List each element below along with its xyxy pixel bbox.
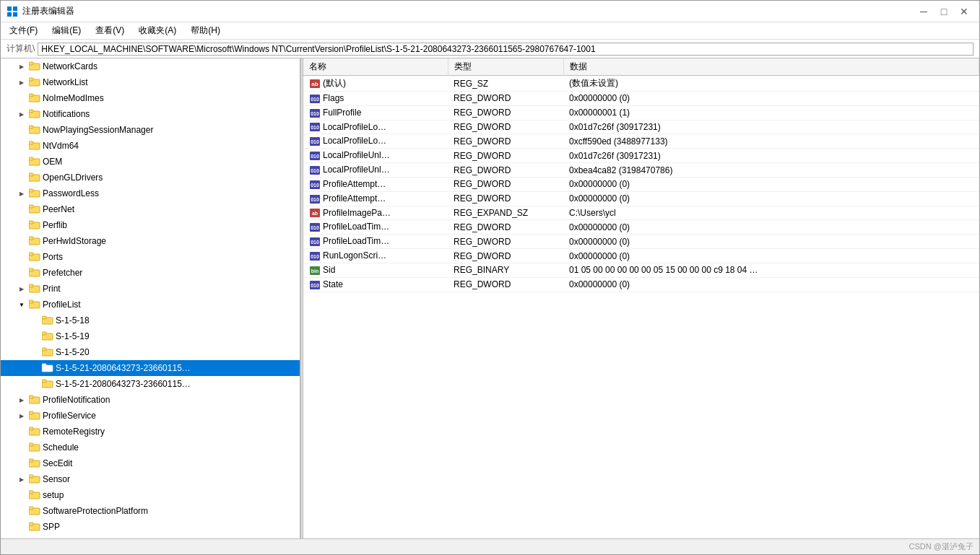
tree-item-PerHwIdStorage[interactable]: ▶ PerHwIdStorage [1,233,300,249]
address-path[interactable]: HKEY_LOCAL_MACHINE\SOFTWARE\Microsoft\Wi… [38,43,974,56]
tree-item-OEM[interactable]: ▶ OEM [1,154,300,170]
folder-icon [27,267,43,279]
minimize-button[interactable]: ─ [914,4,933,19]
table-row[interactable]: bin SidREG_BINARY01 05 00 00 00 00 00 05… [303,263,979,277]
folder-icon [27,521,43,533]
cell-name: 010 LocalProfileLo… [303,120,448,134]
svg-rect-7 [29,78,33,81]
tree-item-Print[interactable]: ▶ Print [1,281,300,297]
cell-data: 0x00000000 (0) [563,177,979,191]
tree-item-label: OEM [43,157,62,167]
tree-item-RemoteRegistry[interactable]: ▶ RemoteRegistry [1,424,300,440]
tree-item-SPP[interactable]: ▶ SPP [1,519,300,535]
tree-item-SoftwareProtectionPlatform[interactable]: ▶ SoftwareProtectionPlatform [1,503,300,519]
tree-item-ProfileList[interactable]: ▼ ProfileList [1,297,300,313]
tree-item-S-1-5-19[interactable]: ▶ S-1-5-19 [1,328,300,344]
svg-rect-11 [29,110,33,113]
table-row[interactable]: 010 FullProfileREG_DWORD0x00000001 (1) [303,105,979,120]
tree-item-NtVdm64[interactable]: ▶ NtVdm64 [1,138,300,154]
tree-item-label: NoImeModImes [43,93,104,103]
tree-item-label: SoftwareProtectionPlatform [43,506,148,516]
menu-favorites[interactable]: 收藏夹(A) [133,23,182,38]
menu-file[interactable]: 文件(F) [4,23,43,38]
app-icon [6,6,18,17]
cell-data: 0xbea4ca82 (3198470786) [563,163,979,178]
table-row[interactable]: 010 LocalProfileUnl…REG_DWORD0xbea4ca82 … [303,163,979,178]
tree-item-ProfileNotification[interactable]: ▶ ProfileNotification [1,392,300,408]
tree-item-OpenGLDrivers[interactable]: ▶ OpenGLDrivers [1,170,300,185]
tree-item-label: S-1-5-21-2080643273-23660115… [56,363,191,373]
menu-help[interactable]: 帮助(H) [185,23,226,38]
name-text: (默认) [323,78,346,88]
tree-arrow: ▶ [17,109,27,119]
table-row[interactable]: 010 FlagsREG_DWORD0x00000000 (0) [303,92,979,106]
status-bar: CSDN @湛泸兔子 [1,538,979,554]
folder-icon [27,235,43,248]
svg-text:010: 010 [311,139,319,144]
tree-item-NowPlayingSessionManager[interactable]: ▶ NowPlayingSessionManager [1,122,300,138]
tree-item-label: SecEdit [43,458,72,468]
table-row[interactable]: 010 LocalProfileLo…REG_DWORD0xcff590ed (… [303,134,979,149]
svg-rect-59 [29,491,33,494]
table-row[interactable]: ab (默认)REG_SZ(数值未设置) [303,76,979,92]
cell-type: REG_DWORD [448,177,563,191]
tree-item-Notifications[interactable]: ▶ Notifications [1,106,300,122]
close-button[interactable]: ✕ [955,4,974,19]
table-row[interactable]: ab ProfileImagePa…REG_EXPAND_SZC:\Users\… [303,206,979,220]
table-row[interactable]: 010 ProfileAttempt…REG_DWORD0x00000000 (… [303,177,979,191]
tree-item-label: Ports [43,252,63,262]
cell-data: 01 05 00 00 00 00 00 05 15 00 00 00 c9 1… [563,263,979,277]
table-row[interactable]: 010 StateREG_DWORD0x00000000 (0) [303,277,979,292]
address-label: 计算机\ [6,43,35,55]
name-text: Sid [323,265,335,275]
tree-item-PasswordLess[interactable]: ▶ PasswordLess [1,185,300,201]
cell-data: 0x00000000 (0) [563,191,979,206]
tree-item-setup[interactable]: ▶ setup [1,487,300,503]
table-row[interactable]: 010 LocalProfileUnl…REG_DWORD0x01d7c26f … [303,149,979,163]
table-row[interactable]: 010 ProfileAttempt…REG_DWORD0x00000000 (… [303,191,979,206]
tree-item-PeerNet[interactable]: ▶ PeerNet [1,201,300,217]
svg-rect-29 [29,253,33,255]
tree-item-NoImeModImes[interactable]: ▶ NoImeModImes [1,90,300,106]
cell-data: C:\Users\ycl [563,206,979,220]
folder-icon [27,140,43,152]
table-row[interactable]: 010 ProfileLoadTim…REG_DWORD0x00000000 (… [303,220,979,235]
menu-edit[interactable]: 编辑(E) [46,23,87,38]
tree-item-Ports[interactable]: ▶ Ports [1,249,300,265]
table-row[interactable]: 010 ProfileLoadTim…REG_DWORD0x00000000 (… [303,235,979,249]
folder-icon [27,92,43,105]
table-row[interactable]: 010 RunLogonScri…REG_DWORD0x00000000 (0) [303,249,979,263]
tree-item-label: NetworkCards [43,61,97,71]
tree-item-NetworkList[interactable]: ▶ NetworkList [1,74,300,90]
svg-rect-53 [29,443,33,446]
name-text: RunLogonScri… [323,250,386,261]
svg-rect-3 [13,12,17,17]
tree-item-S-1-5-18[interactable]: ▶ S-1-5-18 [1,313,300,328]
name-text: FullProfile [323,108,361,118]
svg-text:010: 010 [311,168,319,173]
registry-table: 名称 类型 数据 ab (默认)REG_SZ(数值未设置) 010 FlagsR… [303,58,979,292]
tree-item-Schedule[interactable]: ▶ Schedule [1,440,300,455]
folder-icon [27,124,43,136]
menu-view[interactable]: 查看(V) [90,23,130,38]
tree-item-NetworkCards[interactable]: ▶ NetworkCards [1,58,300,74]
cell-type: REG_DWORD [448,191,563,206]
tree-item-Prefetcher[interactable]: ▶ Prefetcher [1,265,300,281]
name-text: LocalProfileUnl… [323,165,390,175]
tree-item-label: Perflib [43,220,67,230]
folder-icon [27,410,43,422]
cell-data: 0xcff590ed (3488977133) [563,134,979,149]
cell-type: REG_DWORD [448,134,563,149]
cell-data: 0x00000001 (1) [563,105,979,120]
cell-data: 0x00000000 (0) [563,277,979,292]
maximize-button[interactable]: □ [935,4,953,19]
tree-item-S-1-5-20[interactable]: ▶ S-1-5-20 [1,344,300,360]
table-row[interactable]: 010 LocalProfileLo…REG_DWORD0x01d7c26f (… [303,120,979,134]
tree-item-Sensor[interactable]: ▶ Sensor [1,471,300,487]
tree-item-Perflib[interactable]: ▶ Perflib [1,217,300,233]
tree-item-ProfileService[interactable]: ▶ ProfileService [1,408,300,424]
tree-item-label: PasswordLess [43,188,99,198]
tree-item-SecEdit[interactable]: ▶ SecEdit [1,455,300,471]
tree-item-S-1-5-21-b[interactable]: ▶ S-1-5-21-2080643273-23660115… [1,376,300,392]
tree-item-S-1-5-21-a[interactable]: ▶ S-1-5-21-2080643273-23660115… [1,360,300,376]
